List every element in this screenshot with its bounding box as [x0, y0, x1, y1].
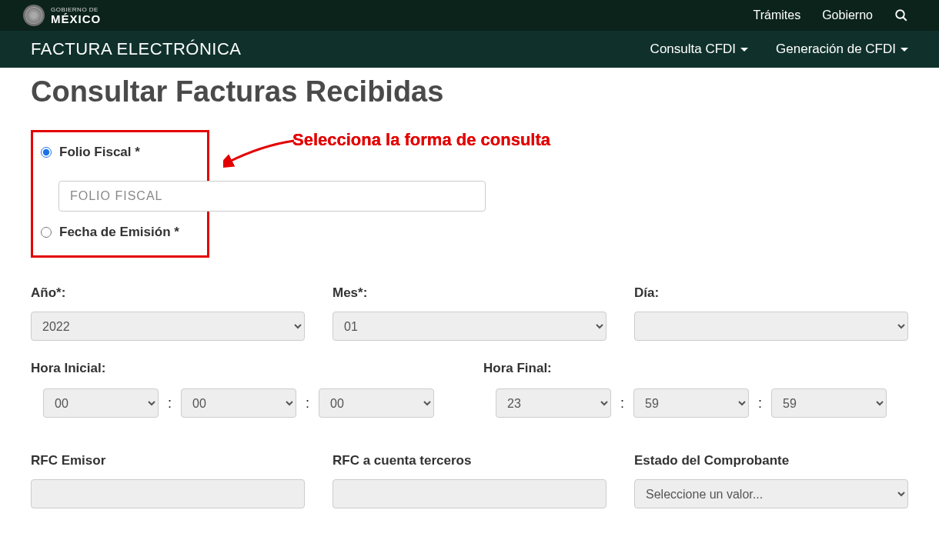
mes-select[interactable]: 01: [332, 312, 607, 341]
seal-icon: [23, 5, 45, 26]
app-nav: FACTURA ELECTRÓNICA Consulta CFDI Genera…: [0, 31, 939, 68]
svg-point-0: [896, 10, 904, 18]
hi-hour-select[interactable]: 00: [43, 388, 159, 418]
radio-folio-fiscal[interactable]: [41, 147, 52, 158]
time-sep: :: [168, 395, 172, 412]
radio-fecha-emision[interactable]: [41, 227, 52, 238]
menu-generacion-cfdi[interactable]: Generación de CFDI: [776, 42, 908, 57]
menu-consulta-cfdi[interactable]: Consulta CFDI: [650, 42, 748, 57]
estado-select[interactable]: Seleccione un valor...: [634, 479, 908, 508]
gob-logo: GOBIERNO DE MÉXICO: [23, 5, 101, 26]
anio-select[interactable]: 2022: [31, 312, 305, 341]
radio-fecha-label: Fecha de Emisión *: [59, 225, 179, 240]
hora-final-label: Hora Final:: [483, 361, 908, 376]
hi-sec-select[interactable]: 00: [319, 388, 434, 418]
search-icon[interactable]: [894, 8, 908, 22]
gob-line2: MÉXICO: [51, 13, 101, 25]
rfc-emisor-label: RFC Emisor: [31, 453, 305, 468]
hora-inicial-label: Hora Inicial:: [31, 361, 456, 376]
annotation-arrow-icon: [223, 139, 300, 170]
hi-min-select[interactable]: 00: [181, 388, 296, 418]
gob-nav: Trámites Gobierno: [754, 8, 908, 22]
time-sep: :: [306, 395, 309, 412]
svg-line-1: [903, 17, 907, 21]
time-sep: :: [758, 395, 762, 412]
annotation-text: Selecciona la forma de consulta: [292, 130, 550, 150]
hf-min-select[interactable]: 59: [633, 388, 749, 418]
time-sep: :: [620, 395, 624, 412]
rfc-emisor-input[interactable]: [31, 479, 305, 508]
mes-label: Mes*:: [332, 285, 607, 301]
rfc-terceros-input[interactable]: [332, 479, 607, 508]
hf-hour-select[interactable]: 23: [496, 388, 611, 418]
rfc-terceros-label: RFC a cuenta terceros: [332, 453, 607, 468]
dia-select[interactable]: [634, 312, 908, 341]
page-title: Consultar Facturas Recibidas: [31, 75, 908, 108]
caret-down-icon: [740, 48, 748, 52]
nav-gobierno[interactable]: Gobierno: [822, 8, 873, 22]
menu-generacion-label: Generación de CFDI: [776, 42, 896, 57]
nav-tramites[interactable]: Trámites: [754, 8, 801, 22]
anio-label: Año*:: [31, 285, 305, 301]
gob-header: GOBIERNO DE MÉXICO Trámites Gobierno: [0, 0, 939, 31]
estado-label: Estado del Comprobante: [634, 453, 908, 468]
menu-consulta-label: Consulta CFDI: [650, 42, 736, 57]
folio-fiscal-input[interactable]: [58, 181, 486, 212]
hf-sec-select[interactable]: 59: [771, 388, 887, 418]
app-title: FACTURA ELECTRÓNICA: [31, 39, 242, 59]
dia-label: Día:: [634, 285, 908, 301]
caret-down-icon: [901, 48, 908, 52]
radio-folio-label: Folio Fiscal *: [59, 145, 140, 160]
